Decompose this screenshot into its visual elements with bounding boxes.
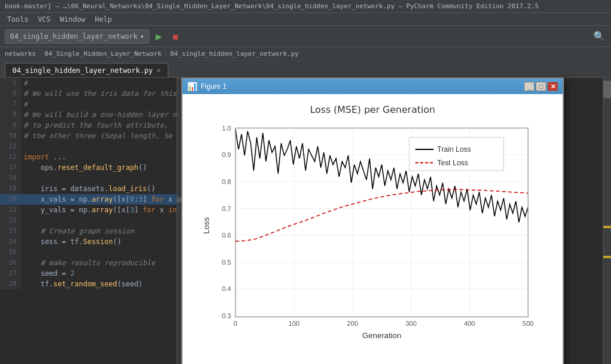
main-scrollbar[interactable] (603, 78, 611, 364)
menu-window[interactable]: Window (55, 15, 90, 24)
scrollbar-marker-2 (603, 256, 611, 258)
code-line-11: 11 (0, 141, 185, 152)
tab-main-file[interactable]: 04_single_hidden_layer_network.py × (5, 63, 168, 77)
x-axis-label: Generation (362, 331, 401, 340)
y-axis-label: Loss (202, 217, 211, 234)
code-line-25: 25 (0, 247, 185, 258)
svg-text:100: 100 (288, 320, 300, 327)
svg-text:1.0: 1.0 (222, 125, 231, 132)
code-line-17: 17 ops.reset_default_graph() (0, 162, 185, 173)
svg-text:0.4: 0.4 (222, 285, 231, 292)
run-config-selector[interactable]: 04_single_hidden_layer_network ▾ (5, 29, 150, 44)
breadcrumb-sep-2: › (164, 50, 168, 58)
code-line-8: 8 # We will build a one-hidden layer n (0, 109, 185, 120)
svg-text:0.9: 0.9 (222, 151, 231, 158)
plot-title: Loss (MSE) per Generation (202, 104, 543, 115)
stop-button[interactable]: ■ (168, 29, 182, 44)
legend-test-label: Test Loss (437, 159, 468, 167)
breadcrumb-folder[interactable]: 04_Single_Hidden_Layer_Network (45, 50, 162, 58)
code-line-18: 18 (0, 173, 185, 183)
figure-minimize-button[interactable]: _ (524, 82, 534, 91)
run-config-dropdown-icon: ▾ (140, 32, 144, 41)
legend-train-label: Train Loss (437, 145, 471, 153)
main-scrollbar-thumb[interactable] (603, 81, 611, 98)
svg-text:0.8: 0.8 (222, 178, 231, 185)
figure-icon: 📊 (187, 82, 197, 91)
breadcrumb-file[interactable]: 04_single_hidden_layer_network.py (170, 50, 299, 58)
code-line-20: 20 x_vals = np.array([x[0:3] for x in i (0, 194, 185, 205)
code-line-28: 28 tf.set_random_seed(seed) (0, 279, 185, 289)
code-line-12: 12 import ... (0, 152, 185, 162)
figure-maximize-button[interactable]: □ (536, 82, 546, 91)
code-line-7: 7 # (0, 99, 185, 109)
code-line-24: 24 sess = tf.Session() (0, 236, 185, 247)
code-line-9: 9 # to predict the fourth attribute, (0, 120, 185, 131)
figure-window: 📊 Figure 1 _ □ ✕ Loss (MSE) per Generati… (181, 78, 564, 364)
menu-vcs[interactable]: VCS (33, 15, 55, 24)
plot-container: Loss (MSE) per Generation (182, 94, 563, 364)
code-line-5: 5 # (0, 78, 185, 88)
breadcrumb-networks[interactable]: networks (5, 50, 36, 58)
menu-help[interactable]: Help (90, 15, 117, 24)
svg-text:0.6: 0.6 (222, 232, 231, 239)
code-line-22: 22 (0, 215, 185, 226)
svg-text:400: 400 (464, 320, 475, 327)
plot-svg: 1.0 0.9 0.8 0.7 0.6 0.5 0.4 0.3 0 100 20… (202, 120, 543, 349)
main-content: 5 # 6 # We will use the iris data for th… (0, 78, 611, 364)
code-line-21: 21 y_vals = np.array([x[3] for x in iri (0, 205, 185, 215)
code-line-6: 6 # We will use the iris data for this (0, 88, 185, 99)
figure-title: Figure 1 (201, 82, 227, 91)
svg-text:0.7: 0.7 (222, 205, 231, 212)
tab-label: 04_single_hidden_layer_network.py (12, 66, 152, 75)
menu-tools[interactable]: Tools (2, 15, 33, 24)
code-line-23: 23 # Create graph session (0, 226, 185, 236)
run-config-label: 04_single_hidden_layer_network (10, 32, 138, 41)
svg-text:200: 200 (347, 320, 358, 327)
svg-text:0.5: 0.5 (222, 259, 231, 266)
toolbar: 04_single_hidden_layer_network ▾ ▶ ■ 🔍 (0, 26, 611, 47)
code-line-10: 10 # the other three (Sepal length, Se (0, 131, 185, 141)
title-text: book-master] – …\06_Neural_Networks\04_S… (5, 2, 539, 10)
svg-text:0.3: 0.3 (222, 312, 231, 319)
code-line-19: 19 iris = datasets.load_iris() (0, 183, 185, 194)
search-everywhere-button[interactable]: 🔍 (592, 29, 606, 44)
tab-bar: 04_single_hidden_layer_network.py × (0, 61, 611, 78)
figure-titlebar: 📊 Figure 1 _ □ ✕ (182, 79, 563, 94)
tab-close-icon[interactable]: × (156, 66, 161, 75)
breadcrumb-bar: networks › 04_Single_Hidden_Layer_Networ… (0, 47, 611, 61)
figure-close-button[interactable]: ✕ (547, 82, 558, 91)
svg-text:300: 300 (406, 320, 417, 327)
code-editor: 5 # 6 # We will use the iris data for th… (0, 78, 185, 364)
code-line-27: 27 seed = 2 (0, 268, 185, 279)
svg-text:500: 500 (523, 320, 534, 327)
menu-bar: Tools VCS Window Help (0, 13, 611, 26)
plot-area: Loss (MSE) per Generation (202, 104, 543, 357)
breadcrumb-sep-1: › (38, 50, 42, 58)
svg-text:0: 0 (234, 320, 237, 327)
scrollbar-marker-1 (603, 226, 611, 228)
title-bar: book-master] – …\06_Neural_Networks\04_S… (0, 0, 611, 13)
run-button[interactable]: ▶ (152, 29, 166, 44)
code-line-26: 26 # make results reproducible (0, 258, 185, 268)
plot-inner: 1.0 0.9 0.8 0.7 0.6 0.5 0.4 0.3 0 100 20… (202, 120, 543, 349)
